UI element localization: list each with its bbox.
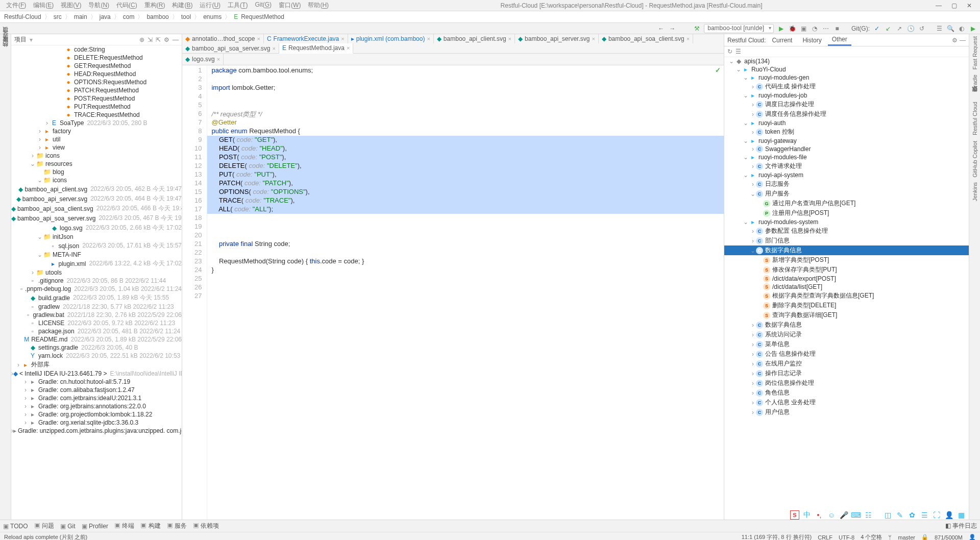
api-tree-row[interactable]: ⌄▸ruoyi-auth — [724, 119, 969, 127]
bottom-tab[interactable]: ▣ Profiler — [82, 523, 108, 530]
close-icon[interactable]: × — [687, 36, 690, 42]
git-pull-icon[interactable]: ↙ — [884, 24, 892, 33]
project-tree[interactable]: ●code:String●DELETE:RequestMethod●GET:Re… — [11, 45, 182, 520]
avatar-icon[interactable]: ◐ — [958, 24, 966, 33]
search-icon[interactable]: 🔍 — [946, 24, 954, 33]
panel-toolbar[interactable]: ↻ ☰ — [724, 46, 969, 57]
api-tree-row[interactable]: ›C文件请求处理 — [724, 161, 969, 171]
close-icon[interactable]: × — [347, 45, 350, 51]
back-icon[interactable]: ← — [657, 24, 665, 33]
api-tree-row[interactable]: ⌄▸ruoyi-modules-gen — [724, 73, 969, 82]
tree-row[interactable]: ▫package.json2022/6/3 20:05, 481 B 2022/… — [11, 327, 182, 335]
crumb[interactable]: java — [100, 13, 111, 20]
encoding[interactable]: UTF-8 — [839, 534, 854, 541]
api-tree-row[interactable]: S/dict/data/export[POST] — [724, 275, 969, 283]
tool-strip-item[interactable]: Fast Request — [972, 36, 978, 69]
tab-current[interactable]: Current — [768, 35, 796, 45]
tree-row[interactable]: ›▸view — [11, 143, 182, 152]
crumb[interactable]: tool — [181, 13, 191, 20]
hide-icon[interactable]: — — [960, 37, 966, 44]
filter-icon[interactable]: ☰ — [736, 48, 741, 55]
tree-row[interactable]: ›◆< IntelliJ IDEA IU-213.6461.79 >E:\ins… — [11, 370, 182, 378]
git-push-icon[interactable]: ✓ — [873, 24, 881, 33]
menu-item[interactable]: Git(G) — [252, 0, 275, 11]
editor-tab[interactable]: ◆bamboo_api_server.svg× — [515, 34, 599, 43]
lock-icon[interactable]: 🔒 — [921, 534, 928, 540]
tree-row[interactable]: ●PUT:RequestMethod — [11, 103, 182, 111]
bottom-tab[interactable]: ▣ 依赖项 — [193, 522, 219, 530]
caret-position[interactable]: 11:1 (169 字符, 8 行 换行符) — [742, 533, 812, 540]
api-tree-row[interactable]: ›CSwaggerHandler — [724, 145, 969, 153]
close-icon[interactable]: ✕ — [962, 2, 977, 9]
tree-row[interactable]: ›▸util — [11, 135, 182, 143]
api-tree-row[interactable]: S新增字典类型[POST] — [724, 255, 969, 265]
menu-item[interactable]: 运行(U) — [197, 0, 224, 11]
tree-row[interactable]: ●DELETE:RequestMethod — [11, 54, 182, 62]
api-tree-row[interactable]: ›C在线用户监控 — [724, 359, 969, 369]
api-tree-row[interactable]: ⌄▸ruoyi-gateway — [724, 137, 969, 145]
api-tree-row[interactable]: ›C操作日志记录 — [724, 369, 969, 378]
crumb[interactable]: com — [123, 13, 135, 20]
tool-strip-item[interactable]: Jenkins — [972, 182, 978, 201]
menu-item[interactable]: 导航(N) — [85, 0, 112, 11]
panel-tabs[interactable]: Restful Cloud: Current History Other ⚙ — — [724, 34, 969, 46]
tree-row[interactable]: ◆bamboo_api_client.svg2022/6/3 20:05, 46… — [11, 184, 182, 194]
menu-item[interactable]: 文件(F) — [3, 0, 29, 11]
crumb[interactable]: main — [74, 13, 87, 20]
api-tree-row[interactable]: ›C部门信息 — [724, 236, 969, 246]
api-tree-row[interactable]: ›C用户信息 — [724, 407, 969, 417]
crumb[interactable]: enums — [203, 13, 222, 20]
close-icon[interactable]: × — [217, 56, 220, 62]
menu-item[interactable]: 窗口(W) — [276, 0, 304, 11]
tree-row[interactable]: ›▸Gradle: unzipped.com.jetbrains.plugins… — [11, 427, 182, 435]
api-tree-row[interactable]: ⌄▸ruoyi-modules-job — [724, 91, 969, 100]
tree-row[interactable]: ◆logo.svg2022/6/3 20:05, 2.66 kB 今天 17:0… — [11, 223, 182, 233]
gear-icon[interactable]: ⚙ — [164, 36, 169, 43]
close-icon[interactable]: × — [508, 36, 511, 42]
close-icon[interactable]: × — [427, 36, 430, 42]
api-tree-row[interactable]: ⌄▸ruoyi-modules-file — [724, 153, 969, 161]
more-icon[interactable]: ⋯ — [822, 24, 830, 33]
tree-row[interactable]: ›▸外部库 — [11, 360, 182, 370]
editor-tab[interactable]: ◆annotatio…thod_scope× — [182, 34, 264, 43]
tree-row[interactable]: ›📁utools — [11, 268, 182, 277]
tree-row[interactable]: ›▸Gradle: cn.hutool:hutool-all:5.7.19 — [11, 378, 182, 386]
select-opened-icon[interactable]: ⊕ — [139, 36, 144, 43]
settings-icon[interactable]: ☰ — [935, 24, 943, 33]
tree-row[interactable]: ▫.pnpm-debug.log2022/6/3 20:05, 1.04 kB … — [11, 285, 182, 293]
tree-row[interactable]: ●code:String — [11, 45, 182, 54]
left-tool-strip[interactable]: 项目提交拉取请求结构 — [0, 34, 11, 520]
tree-row[interactable]: ›▸Gradle: org.projectlombok:lombok:1.18.… — [11, 410, 182, 419]
right-tool-strip[interactable]: Fast RequestGradle数据库Restful CloudGitHub… — [969, 34, 980, 520]
tree-row[interactable]: ▫LICENSE2022/6/3 20:05, 9.72 kB 2022/6/2… — [11, 319, 182, 327]
crumb[interactable]: bamboo — [146, 13, 168, 20]
editor-tab[interactable]: ◆bamboo_api_soa_server.svg× — [182, 43, 279, 53]
api-tree-row[interactable]: ⌄▸ruoyi-api-system — [724, 171, 969, 179]
tree-row[interactable]: ▸plugin.xml2022/6/6 13:22, 4.2 kB 今天 17:… — [11, 259, 182, 268]
git-commit-icon[interactable]: ↗ — [895, 24, 903, 33]
expand-icon[interactable]: ⇲ — [148, 36, 153, 43]
bottom-tab[interactable]: ▣ Git — [60, 523, 76, 530]
api-tree-row[interactable]: ›C公告 信息操作处理 — [724, 349, 969, 359]
api-tree-row[interactable]: ›C个人信息 业务处理 — [724, 398, 969, 407]
api-tree-row[interactable]: ›C系统访问记录 — [724, 330, 969, 339]
tree-row[interactable]: ◆bamboo_api_soa_client.svg2022/6/3 20:05… — [11, 204, 182, 213]
close-icon[interactable]: × — [341, 36, 344, 42]
bottom-tab[interactable]: ▣ 问题 — [34, 522, 54, 530]
tree-row[interactable]: MREADME.md2022/6/3 20:05, 1.89 kB 2022/5… — [11, 335, 182, 343]
gear-icon[interactable]: ⚙ — [952, 37, 958, 44]
heap[interactable]: 871/5000M — [935, 534, 963, 541]
api-tree-row[interactable]: ›Ctoken 控制 — [724, 127, 969, 137]
editor-tabs-row2[interactable]: ◆logo.svg× — [182, 54, 724, 65]
stop-icon[interactable]: ■ — [833, 24, 841, 33]
ime-toolbar[interactable]: S 中 •, ☺ 🎤 ⌨ ☷ ◫ ✎ ✿ ☰ ⛶ 👤 ▦ — [790, 510, 966, 520]
api-tree-row[interactable]: ⌄◆apis(134) — [724, 57, 969, 65]
forward-icon[interactable]: → — [668, 24, 676, 33]
menu-item[interactable]: 编辑(E) — [30, 0, 57, 11]
tree-row[interactable]: ⌄📁icons — [11, 176, 182, 184]
code-editor[interactable]: 1234567891011121314151617181920212223242… — [182, 65, 724, 520]
coverage-icon[interactable]: ▣ — [799, 24, 807, 33]
debug-icon[interactable]: 🐞 — [788, 24, 796, 33]
menu-item[interactable]: 帮助(H) — [305, 0, 332, 11]
bottom-tab[interactable]: ▣ 构建 — [140, 522, 160, 530]
